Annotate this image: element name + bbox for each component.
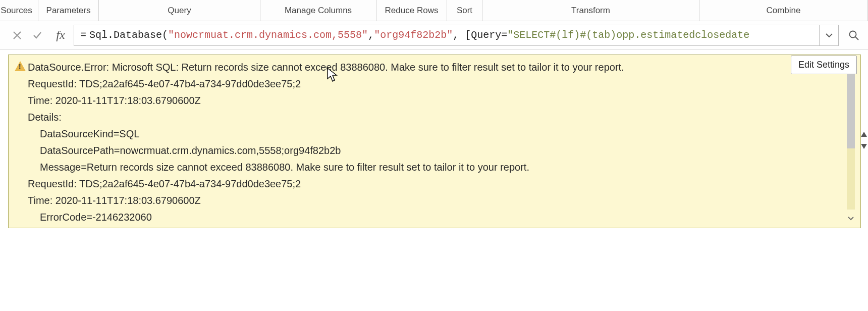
svg-point-0: [850, 31, 856, 37]
triangle-down-icon: [861, 144, 867, 149]
scroll-track[interactable]: [847, 73, 855, 210]
close-icon: [13, 31, 22, 40]
error-message-body[interactable]: DataSource.Error: Microsoft SQL: Return …: [27, 55, 841, 228]
ribbon-group-combine[interactable]: Combine: [699, 0, 868, 21]
formula-expand-button[interactable]: [820, 25, 839, 46]
error-line: RequestId: TDS;2a2af645-4e07-47b4-a734-9…: [28, 176, 839, 192]
error-line: RequestId: TDS;2a2af645-4e07-47b4-a734-9…: [28, 76, 839, 92]
error-line: Message=Return records size cannot excee…: [28, 159, 839, 176]
search-button[interactable]: [843, 25, 865, 46]
formula-equals: =: [80, 29, 86, 41]
svg-marker-3: [861, 144, 867, 149]
scroll-down-icon[interactable]: [843, 211, 858, 226]
error-line: Details:: [28, 109, 839, 126]
error-line: Time: 2020-11-11T17:18:03.6790600Z: [28, 92, 839, 109]
formula-arg3: "SELECT#(lf)#(tab)opp.estimatedclosedate: [507, 29, 749, 41]
formula-bar: fx = Sql.Database( "nowcrmuat.crm.dynami…: [0, 21, 868, 49]
formula-confirm-button[interactable]: [27, 25, 47, 45]
formula-cancel-button[interactable]: [7, 25, 27, 45]
error-line: Time: 2020-11-11T17:18:03.6790600Z: [28, 192, 839, 209]
triangle-up-icon: [861, 132, 867, 137]
scroll-thumb[interactable]: [847, 73, 855, 148]
ribbon-group-manage-columns[interactable]: Manage Columns: [260, 0, 376, 21]
ribbon-group-sources[interactable]: Sources: [0, 0, 38, 21]
ribbon-group-parameters[interactable]: Parameters: [38, 0, 99, 21]
formula-arg2: "org94f82b2b": [374, 29, 453, 41]
error-scrollbar[interactable]: [841, 55, 860, 228]
error-panel: DataSource.Error: Microsoft SQL: Return …: [8, 55, 861, 228]
chevron-down-icon: [825, 31, 833, 39]
error-line: ErrorCode=-2146232060: [28, 209, 839, 226]
formula-comma1: ,: [368, 29, 374, 41]
check-icon: [32, 30, 42, 40]
side-collapse-arrows[interactable]: [861, 132, 868, 149]
search-icon: [848, 30, 859, 41]
edit-settings-button[interactable]: Edit Settings: [791, 56, 857, 74]
svg-marker-2: [861, 132, 867, 137]
ribbon-group-sort[interactable]: Sort: [447, 0, 482, 21]
ribbon-group-reduce-rows[interactable]: Reduce Rows: [376, 0, 447, 21]
warning-icon: [9, 55, 27, 228]
formula-comma2: , [Query=: [453, 29, 507, 41]
svg-line-1: [855, 37, 858, 40]
error-line: DataSourcePath=nowcrmuat.crm.dynamics.co…: [28, 142, 839, 159]
formula-call: Sql.Database(: [89, 29, 168, 41]
content-area: DataSource.Error: Microsoft SQL: Return …: [0, 49, 868, 311]
error-line: DataSource.Error: Microsoft SQL: Return …: [28, 59, 839, 76]
error-line: DataSourceKind=SQL: [28, 126, 839, 142]
formula-input[interactable]: = Sql.Database( "nowcrmuat.crm.dynamics.…: [74, 25, 820, 46]
ribbon-group-query[interactable]: Query: [99, 0, 260, 21]
ribbon-group-transform[interactable]: Transform: [482, 0, 699, 21]
formula-arg1: "nowcrmuat.crm.dynamics.com,5558": [168, 29, 368, 41]
ribbon: Sources Parameters Query Manage Columns …: [0, 0, 868, 21]
formula-fx-label: fx: [50, 25, 71, 45]
